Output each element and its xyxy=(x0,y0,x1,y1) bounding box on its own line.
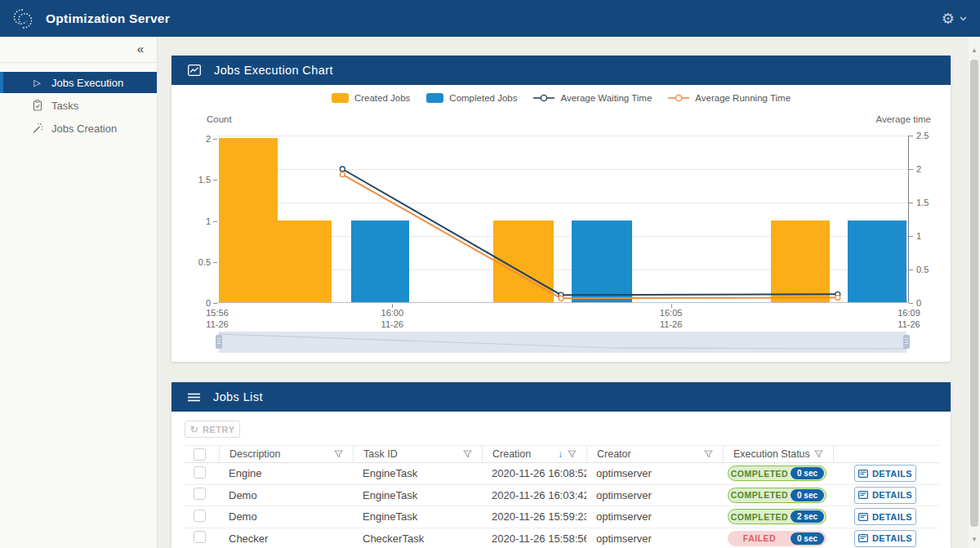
left-axis-tick: 1 xyxy=(180,216,211,226)
details-label: DETAILS xyxy=(872,533,912,543)
play-outline-icon: ▷ xyxy=(31,78,43,88)
legend-item[interactable]: Average Running Time xyxy=(668,93,791,103)
legend-label: Created Jobs xyxy=(354,93,410,103)
scrollbar-thumb[interactable] xyxy=(970,60,978,527)
legend-swatch xyxy=(426,93,443,103)
right-axis-tick: 0.5 xyxy=(916,265,929,274)
sidebar-item-tasks[interactable]: Tasks xyxy=(0,95,157,116)
x-axis-tick: 16:0011-26 xyxy=(381,307,404,331)
cell-execution-status: COMPLETED 0 sec xyxy=(723,466,833,481)
left-axis-title: Count xyxy=(207,114,232,124)
legend-item[interactable]: Created Jobs xyxy=(332,93,410,103)
status-badge: FAILED 0 sec xyxy=(728,531,826,546)
x-tick-mark xyxy=(671,304,672,308)
filter-icon[interactable] xyxy=(568,450,577,458)
slider-handle-right[interactable] xyxy=(903,335,910,349)
row-checkbox[interactable] xyxy=(194,531,206,543)
row-checkbox[interactable] xyxy=(194,466,206,479)
chart-point xyxy=(340,172,345,177)
cell-creator: optimserver xyxy=(586,489,723,501)
row-checkbox[interactable] xyxy=(194,510,206,522)
cell-task-id: EngineTask xyxy=(353,467,482,479)
scroll-up-icon[interactable]: ▲ xyxy=(969,47,980,54)
lines-layer xyxy=(217,136,909,303)
chart-line xyxy=(342,175,837,299)
filter-icon[interactable] xyxy=(334,450,343,458)
chart-panel-title: Jobs Execution Chart xyxy=(214,64,333,77)
app-header: Optimization Server ⚙ xyxy=(0,0,980,37)
duration-pill: 0 sec xyxy=(791,489,824,501)
details-button[interactable]: DETAILS xyxy=(854,530,916,547)
legend-label: Completed Jobs xyxy=(449,93,517,103)
cell-description: Demo xyxy=(219,510,353,523)
column-label: Creator xyxy=(597,448,631,460)
column-label: Description xyxy=(229,448,281,460)
x-axis-tick: 16:0911-26 xyxy=(898,307,920,331)
jobs-execution-chart-panel: Jobs Execution Chart Created JobsComplet… xyxy=(172,56,951,362)
header-creation[interactable]: Creation ↓ xyxy=(482,446,586,462)
header-creator[interactable]: Creator xyxy=(586,446,723,462)
x-axis-tick: 16:0511-26 xyxy=(660,307,683,331)
sort-desc-icon[interactable]: ↓ xyxy=(558,448,563,460)
sidebar-item-label: Jobs Creation xyxy=(51,123,117,135)
retry-button[interactable]: ↻ RETRY xyxy=(185,421,240,438)
page-scrollbar[interactable]: ▲ ▼ xyxy=(969,37,980,548)
cell-creation: 2020-11-26 15:58:56 xyxy=(482,532,586,545)
row-checkbox-cell xyxy=(185,466,219,481)
header-checkbox-cell xyxy=(185,446,219,462)
chart-legend: Created JobsCompleted JobsAverage Waitin… xyxy=(172,93,951,103)
row-checkbox[interactable] xyxy=(194,488,206,500)
retry-label: RETRY xyxy=(203,425,234,434)
chart-icon xyxy=(188,65,201,76)
status-badge: COMPLETED 0 sec xyxy=(728,488,826,503)
details-icon xyxy=(858,534,868,542)
left-axis-tick: 1.5 xyxy=(180,175,211,185)
header-execution-status[interactable]: Execution Status xyxy=(723,446,833,462)
details-button[interactable]: DETAILS xyxy=(854,487,916,504)
legend-item[interactable]: Completed Jobs xyxy=(426,93,517,103)
range-slider[interactable] xyxy=(219,332,906,353)
gear-icon[interactable]: ⚙ xyxy=(942,11,955,26)
x-tick-mark xyxy=(392,304,393,308)
chart-line xyxy=(342,169,837,295)
legend-item[interactable]: Average Waiting Time xyxy=(533,93,652,103)
table-body: Engine EngineTask 2020-11-26 16:08:52 op… xyxy=(185,463,939,548)
status-badge: COMPLETED 0 sec xyxy=(728,466,826,481)
column-label: Creation xyxy=(492,448,531,460)
jobs-list-panel: Jobs List ↻ RETRY Description Task ID Cr… xyxy=(172,382,951,548)
cell-creator: optimserver xyxy=(586,532,723,545)
filter-icon[interactable] xyxy=(704,450,713,458)
collapse-sidebar-button[interactable]: « xyxy=(137,42,144,55)
left-axis-tick: 2 xyxy=(180,134,211,144)
details-icon xyxy=(858,470,868,478)
details-icon xyxy=(858,513,868,521)
header-details xyxy=(833,446,939,462)
sidebar-item-jobs-creation[interactable]: Jobs Creation xyxy=(0,118,157,139)
status-label: COMPLETED xyxy=(728,469,791,479)
slider-handle-left[interactable] xyxy=(216,335,222,349)
cell-description: Demo xyxy=(219,489,353,501)
details-button[interactable]: DETAILS xyxy=(854,465,916,482)
cell-creation: 2020-11-26 16:08:52 xyxy=(482,467,586,479)
header-description[interactable]: Description xyxy=(219,446,353,462)
status-label: COMPLETED xyxy=(728,490,791,500)
table-header-row: Description Task ID Creation ↓ Creator E… xyxy=(185,445,939,463)
cell-creation: 2020-11-26 16:03:42 xyxy=(482,489,586,501)
scroll-down-icon[interactable]: ▼ xyxy=(969,536,980,543)
details-button[interactable]: DETAILS xyxy=(854,508,916,525)
filter-icon[interactable] xyxy=(463,450,472,458)
sidebar-item-jobs-execution[interactable]: ▷ Jobs Execution xyxy=(0,72,157,93)
settings-menu[interactable]: ⚙ xyxy=(942,11,967,26)
right-axis-tick: 1 xyxy=(916,231,921,241)
sidebar: « ▷ Jobs Execution Tasks Jobs Creation xyxy=(0,37,158,548)
right-axis-tick: 2.5 xyxy=(916,131,929,140)
select-all-checkbox[interactable] xyxy=(194,448,206,461)
status-badge: COMPLETED 2 sec xyxy=(728,509,826,524)
status-label: COMPLETED xyxy=(728,512,791,522)
filter-icon[interactable] xyxy=(814,450,823,458)
right-tick-mark xyxy=(909,169,913,170)
chevron-down-icon[interactable] xyxy=(960,16,967,21)
cell-execution-status: FAILED 0 sec xyxy=(723,531,833,546)
slider-preview xyxy=(219,332,906,353)
header-task-id[interactable]: Task ID xyxy=(353,446,482,462)
